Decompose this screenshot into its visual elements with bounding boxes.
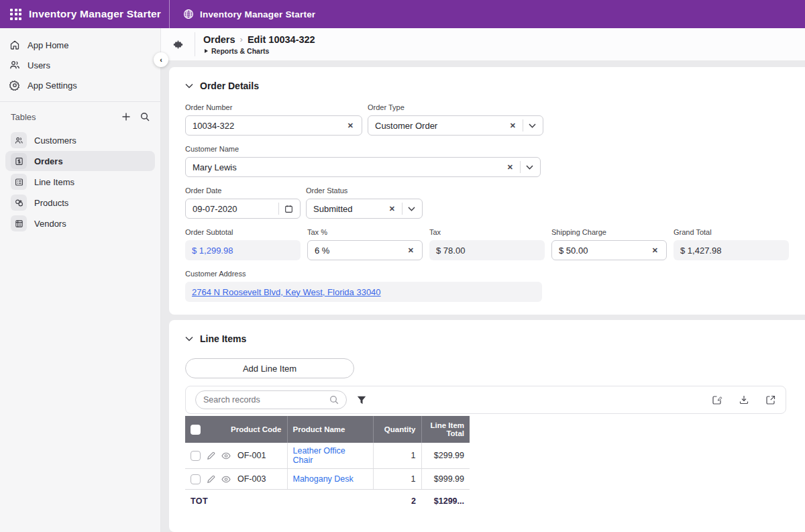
order-type-field: Order Type ✕ (368, 103, 543, 136)
section-title: Line Items (200, 333, 246, 344)
search-records-input[interactable] (203, 395, 324, 405)
order-date-input[interactable] (185, 199, 301, 219)
edit-row-icon[interactable] (207, 475, 215, 484)
clear-icon[interactable]: ✕ (346, 121, 355, 130)
field-label: Order Status (306, 187, 423, 195)
select-all-checkbox[interactable] (191, 425, 201, 435)
globe-icon (183, 9, 194, 19)
app-grid-icon[interactable] (10, 9, 21, 20)
chevron-down-icon[interactable] (529, 123, 536, 128)
product-name-link[interactable]: Leather Office Chair (293, 446, 345, 465)
chevron-down-icon[interactable] (408, 207, 415, 211)
total-quantity: 2 (373, 490, 421, 513)
sidebar-table-orders[interactable]: Orders (5, 151, 155, 171)
sidebar-item-label: App Home (28, 40, 68, 50)
order-date-field: Order Date (185, 187, 301, 219)
reports-charts-toggle[interactable]: Reports & Charts (205, 47, 315, 55)
sidebar-table-line-items[interactable]: Line Items (5, 172, 155, 192)
search-records-box[interactable] (195, 390, 347, 409)
line-item-total-value: $999.99 (421, 469, 470, 490)
caret-right-icon (205, 49, 208, 53)
field-label: Tax (429, 228, 545, 236)
breadcrumb: Orders › Edit 10034-322 Reports & Charts (195, 34, 315, 55)
view-row-icon[interactable] (221, 452, 231, 460)
total-amount: $1299... (421, 490, 470, 513)
tax-percent-input[interactable]: ✕ (307, 240, 423, 260)
sidebar-table-vendors[interactable]: Vendors (5, 213, 155, 233)
table-header-row: Product Code Product Name Quantity Line … (185, 416, 470, 443)
sidebar-collapse-button[interactable]: ‹ (154, 52, 168, 67)
download-icon[interactable] (739, 394, 749, 405)
edit-row-icon[interactable] (207, 451, 215, 460)
clear-icon[interactable]: ✕ (508, 121, 517, 130)
sidebar-item-app-settings[interactable]: App Settings (0, 75, 160, 95)
clear-icon[interactable]: ✕ (506, 163, 515, 172)
view-row-icon[interactable] (221, 476, 231, 483)
order-number-value[interactable] (193, 121, 346, 131)
table-row: OF-003 Mahogany Desk 1 $999.99 (185, 469, 470, 490)
clear-icon[interactable]: ✕ (388, 205, 396, 213)
product-code: OF-001 (237, 451, 266, 460)
row-checkbox[interactable] (191, 451, 201, 461)
breadcrumb-parent[interactable]: Orders (203, 34, 235, 45)
order-type-select[interactable]: ✕ (368, 115, 543, 136)
order-status-select[interactable]: ✕ (306, 199, 423, 219)
window-title: Inventory Manager Starter (200, 9, 315, 19)
product-code: OF-003 (237, 474, 266, 484)
clear-icon[interactable]: ✕ (407, 246, 415, 255)
field-label: Order Type (368, 103, 543, 111)
order-details-section-toggle[interactable]: Order Details (185, 76, 789, 94)
add-line-item-button[interactable]: Add Line Item (185, 358, 354, 378)
total-row-label: TOT (185, 490, 287, 513)
order-date-value[interactable] (193, 204, 273, 214)
field-label: Order Subtotal (185, 228, 301, 236)
order-type-value[interactable] (375, 121, 508, 131)
line-items-section-toggle[interactable]: Line Items (185, 329, 789, 347)
form-settings-gear-icon[interactable] (161, 39, 195, 50)
breadcrumb-bar: Orders › Edit 10034-322 Reports & Charts (161, 28, 805, 60)
orders-table-icon (11, 153, 27, 169)
clear-icon[interactable]: ✕ (651, 246, 659, 255)
order-number-input[interactable]: ✕ (185, 115, 362, 136)
search-tables-icon[interactable] (140, 112, 150, 121)
field-label: Customer Name (185, 145, 541, 153)
shipping-charge-value[interactable] (559, 246, 651, 256)
field-label: Order Number (185, 103, 362, 111)
order-status-field: Order Status ✕ (306, 187, 423, 219)
chevron-down-icon[interactable] (526, 165, 533, 170)
filter-icon[interactable] (357, 396, 366, 405)
reports-charts-label: Reports & Charts (211, 47, 269, 55)
product-name-link[interactable]: Mahogany Desk (293, 474, 354, 484)
sidebar-table-products[interactable]: Products (5, 193, 155, 213)
field-label: Grand Total (674, 228, 789, 236)
sidebar-item-app-home[interactable]: App Home (0, 35, 160, 55)
customer-address-link[interactable]: 2764 N Roosevelt Blvd, Key West, Florida… (192, 287, 381, 297)
tax-percent-value[interactable] (315, 246, 407, 256)
quantity-value: 1 (373, 443, 421, 469)
row-checkbox[interactable] (191, 474, 201, 484)
grand-total-value: $ 1,427.98 (674, 240, 789, 260)
column-header-product-name: Product Name (287, 416, 373, 443)
sidebar-table-customers[interactable]: Customers (5, 130, 155, 150)
sidebar-item-users[interactable]: Users (0, 55, 160, 75)
line-items-toolbar (185, 386, 786, 414)
calendar-icon[interactable] (284, 205, 293, 213)
settings-gear-icon (9, 80, 20, 91)
order-number-field: Order Number ✕ (185, 103, 362, 136)
search-icon (329, 395, 339, 405)
order-subtotal-field: Order Subtotal $ 1,299.98 (185, 228, 301, 260)
customer-name-value[interactable] (193, 162, 506, 172)
products-table-icon (11, 195, 27, 211)
shipping-charge-input[interactable]: ✕ (551, 240, 667, 260)
edit-record-icon[interactable] (712, 394, 722, 405)
sidebar-item-label: Users (28, 60, 50, 70)
add-table-icon[interactable] (121, 112, 131, 121)
users-icon (9, 60, 20, 70)
tables-section-label: Tables (11, 112, 121, 122)
column-header-quantity: Quantity (373, 416, 421, 443)
order-status-value[interactable] (313, 204, 388, 214)
open-in-new-icon[interactable] (765, 394, 776, 405)
customer-name-select[interactable]: ✕ (185, 157, 541, 177)
field-label: Shipping Charge (551, 228, 667, 236)
chevron-down-icon (185, 83, 193, 89)
